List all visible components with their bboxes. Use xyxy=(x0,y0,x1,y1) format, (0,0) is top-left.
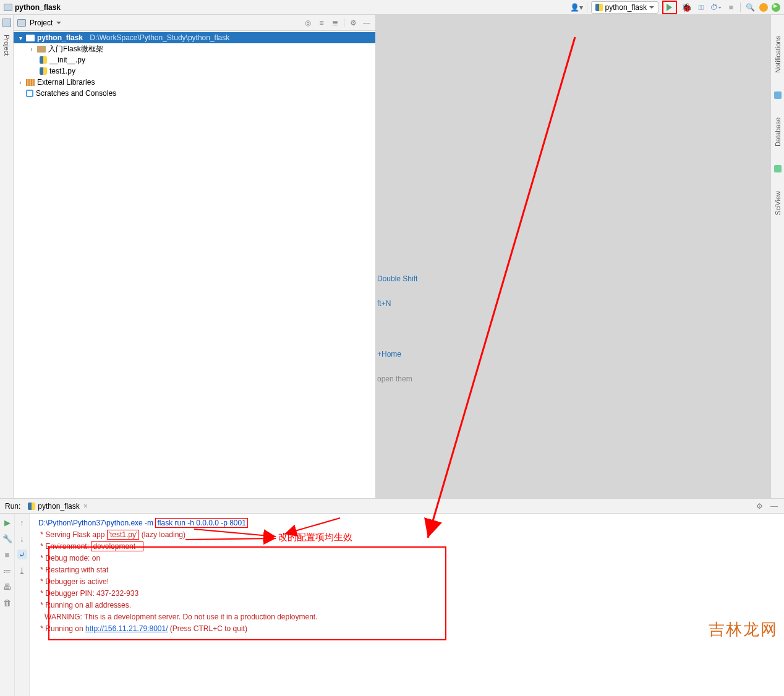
tree-label: __init__.py xyxy=(49,56,85,64)
project-tree[interactable]: ▾ python_flask D:\WorkSpace\Python_Study… xyxy=(14,31,375,498)
annotation-box xyxy=(48,546,446,640)
run-label: Run: xyxy=(5,502,20,511)
tree-root[interactable]: ▾ python_flask D:\WorkSpace\Python_Study… xyxy=(14,32,375,43)
soft-wrap-icon[interactable]: ⤶ xyxy=(17,550,27,559)
notifications-tab[interactable]: Notifications xyxy=(773,33,783,75)
coverage-button[interactable]: �⃕ xyxy=(696,2,707,13)
profile-button[interactable]: ⏱▾ xyxy=(710,2,722,13)
tree-label: External Libraries xyxy=(37,78,95,87)
add-config-icon[interactable]: 👤▾ xyxy=(570,2,583,13)
breadcrumb: python_flask xyxy=(4,3,566,12)
annotation-text: 改的配置项均生效 xyxy=(278,532,352,543)
run-tab[interactable]: python_flask × xyxy=(25,501,90,512)
layout-icon[interactable]: ≔ xyxy=(2,566,12,575)
trash-icon[interactable]: 🗑 xyxy=(2,598,12,608)
scratch-icon xyxy=(26,90,33,97)
config-name: python_flask xyxy=(605,3,647,12)
editor-placeholder: Double Shift ft+N +Home open them xyxy=(376,15,770,498)
tree-file[interactable]: __init__.py xyxy=(14,54,375,66)
tree-label: 入门Flask微框架 xyxy=(48,44,103,54)
tree-file[interactable]: test1.py xyxy=(14,66,375,77)
blank xyxy=(17,90,23,97)
search-icon[interactable]: 🔍 xyxy=(744,2,756,13)
project-tool-window: Project ◎ ≡ ≣ ⚙ — ▾ python_flask D:\Work… xyxy=(14,15,376,498)
play-icon xyxy=(667,4,676,11)
project-pane-header: Project ◎ ≡ ≣ ⚙ — xyxy=(14,15,375,31)
chevron-down-icon xyxy=(649,6,654,11)
left-gutter: Project xyxy=(0,15,14,498)
chevron-right-icon[interactable]: › xyxy=(28,46,35,53)
right-gutter: Notifications Database SciView xyxy=(770,15,784,498)
debug-button[interactable]: 🐞 xyxy=(681,2,692,13)
run-side-toolbar: ▶ 🔧 ■ ≔ 🖶 🗑 xyxy=(0,514,15,696)
ide-update-icon[interactable] xyxy=(759,3,768,12)
database-tab[interactable]: Database xyxy=(773,115,783,149)
hint-line: ft+N xyxy=(376,299,758,308)
rerun-icon[interactable]: ▶ xyxy=(2,517,12,527)
hide-icon[interactable]: — xyxy=(769,501,779,511)
project-name: python_flask xyxy=(15,3,61,12)
hint-line: Double Shift xyxy=(376,274,758,283)
expand-all-icon[interactable]: ≡ xyxy=(317,18,326,28)
stop-icon[interactable]: ■ xyxy=(2,550,12,559)
chevron-down-icon[interactable]: ▾ xyxy=(17,35,23,41)
folder-icon xyxy=(37,46,46,53)
python-file-icon xyxy=(40,67,47,75)
print-icon[interactable]: 🖶 xyxy=(2,582,12,592)
gear-icon[interactable]: ⚙ xyxy=(348,18,358,28)
scratches[interactable]: Scratches and Consoles xyxy=(14,88,375,99)
run-header: Run: python_flask × ⚙ — xyxy=(0,499,784,514)
collapse-all-icon[interactable]: ≣ xyxy=(330,18,340,28)
pane-title: Project xyxy=(30,19,53,27)
run-anything-icon[interactable] xyxy=(772,3,780,12)
run-config-dropdown[interactable]: python_flask xyxy=(591,1,658,14)
scroll-to-end-icon[interactable]: ⤓ xyxy=(17,566,27,575)
hint-line: +Home xyxy=(376,350,758,359)
down-icon[interactable]: ↓ xyxy=(17,533,27,543)
python-file-icon xyxy=(40,56,47,64)
external-libraries[interactable]: › External Libraries xyxy=(14,77,375,88)
run-button[interactable] xyxy=(662,1,677,14)
editor-hints: Double Shift ft+N +Home open them xyxy=(376,274,758,399)
tree-folder[interactable]: › 入门Flask微框架 xyxy=(14,43,375,54)
folder-icon xyxy=(26,35,35,41)
separator xyxy=(740,2,741,12)
locate-icon[interactable]: ◎ xyxy=(303,18,313,28)
folder-icon xyxy=(4,4,12,11)
run-tab-label: python_flask xyxy=(38,502,79,511)
close-icon[interactable]: × xyxy=(83,502,88,511)
up-icon[interactable]: ↑ xyxy=(17,517,27,527)
separator xyxy=(587,2,587,12)
hint-line: open them xyxy=(376,375,758,383)
python-icon xyxy=(28,503,35,510)
top-toolbar: python_flask 👤▾ python_flask 🐞 �⃕ ⏱▾ ■ 🔍 xyxy=(0,0,784,15)
project-rail-tab[interactable]: Project xyxy=(2,32,12,58)
python-icon xyxy=(595,4,603,11)
hide-icon[interactable]: — xyxy=(362,18,372,28)
sciview-icon[interactable] xyxy=(774,165,782,172)
tree-label: test1.py xyxy=(49,67,75,75)
gear-icon[interactable]: ⚙ xyxy=(754,501,764,511)
wrench-icon[interactable]: 🔧 xyxy=(2,533,12,543)
chevron-right-icon[interactable]: › xyxy=(17,79,23,86)
run-side-toolbar-2: ↑ ↓ ⤶ ⤓ xyxy=(15,514,30,696)
root-path: D:\WorkSpace\Python_Study\python_flask xyxy=(90,33,229,42)
folder-icon xyxy=(17,19,26,27)
root-label: python_flask xyxy=(37,33,83,42)
database-icon[interactable] xyxy=(774,91,782,99)
project-rail-icon[interactable] xyxy=(2,19,11,27)
tree-label: Scratches and Consoles xyxy=(36,89,116,98)
watermark: 吉林龙网 xyxy=(709,619,778,640)
sciview-tab[interactable]: SciView xyxy=(773,189,783,218)
stop-button[interactable]: ■ xyxy=(725,2,736,13)
library-icon xyxy=(26,79,35,86)
chevron-down-icon[interactable] xyxy=(56,22,61,27)
